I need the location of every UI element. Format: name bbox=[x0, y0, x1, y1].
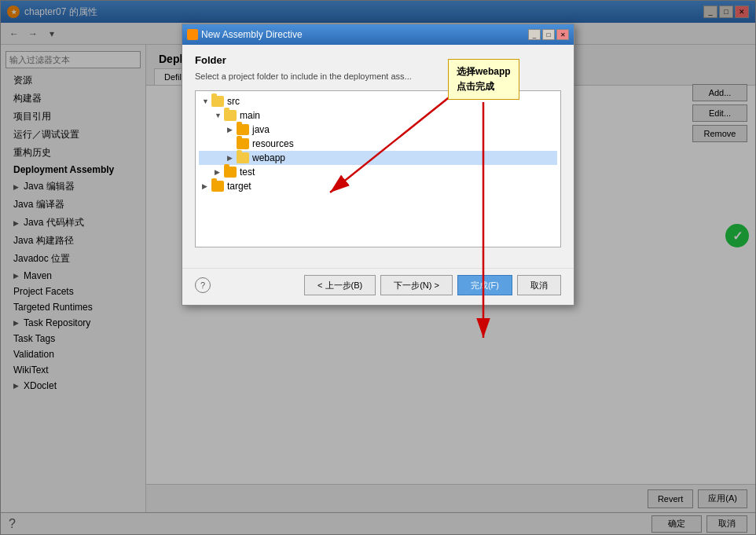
callout-box: 选择webapp 点击完成 bbox=[448, 59, 519, 100]
folder-icon bbox=[237, 138, 249, 149]
tree-item-target[interactable]: ▶ target bbox=[199, 179, 557, 193]
expand-arrow-icon: ▶ bbox=[202, 182, 211, 190]
tree-item-label: src bbox=[227, 96, 240, 107]
folder-icon bbox=[224, 110, 237, 121]
callout-line1: 选择webapp bbox=[457, 66, 511, 77]
dialog-close-button[interactable]: ✕ bbox=[556, 29, 569, 40]
dialog-cancel-button[interactable]: 取消 bbox=[517, 275, 561, 295]
tree-item-java[interactable]: ▶ java bbox=[199, 123, 557, 137]
dialog-title-left: New Assembly Directive bbox=[187, 29, 303, 40]
tree-item-resources[interactable]: resources bbox=[199, 137, 557, 151]
finish-button[interactable]: 完成(F) bbox=[457, 275, 512, 295]
tree-item-main[interactable]: ▼ main bbox=[199, 108, 557, 123]
tree-item-webapp[interactable]: ▶ webapp bbox=[199, 151, 557, 165]
help-icon[interactable]: ? bbox=[195, 277, 211, 293]
dialog-icon bbox=[187, 29, 198, 40]
folder-icon bbox=[211, 181, 224, 192]
next-button[interactable]: 下一步(N) > bbox=[380, 275, 453, 295]
callout-line2: 点击完成 bbox=[457, 81, 494, 92]
dialog-title: New Assembly Directive bbox=[201, 29, 303, 40]
tree-item-label: java bbox=[252, 124, 270, 135]
tree-item-label: webapp bbox=[252, 152, 285, 163]
tree-view[interactable]: ▼ src ▼ main ▶ java bbox=[195, 90, 561, 247]
tree-item-label: main bbox=[240, 110, 260, 121]
expand-arrow-icon: ▶ bbox=[227, 154, 237, 162]
modal-overlay: New Assembly Directive _ □ ✕ Folder Sele… bbox=[0, 0, 756, 535]
folder-icon bbox=[237, 152, 249, 163]
expand-arrow-icon: ▼ bbox=[202, 97, 211, 105]
tree-item-test[interactable]: ▶ test bbox=[199, 165, 557, 179]
dialog-title-controls: _ □ ✕ bbox=[528, 29, 569, 40]
tree-item-label: test bbox=[240, 167, 255, 178]
folder-icon bbox=[211, 96, 224, 107]
tree-item-label: target bbox=[227, 181, 251, 192]
expand-arrow-icon: ▼ bbox=[215, 112, 224, 119]
main-window: ★ chapter07 的属性 _ □ ✕ ← → ▾ 资源 构建器 项目引用 bbox=[0, 0, 756, 535]
folder-icon bbox=[237, 124, 249, 135]
expand-arrow-icon: ▶ bbox=[215, 168, 224, 176]
dialog-button-bar: ? < 上一步(B) 下一步(N) > 完成(F) 取消 bbox=[182, 268, 574, 305]
back-button[interactable]: < 上一步(B) bbox=[304, 275, 376, 295]
dialog-maximize-button[interactable]: □ bbox=[542, 29, 555, 40]
dialog-title-bar: New Assembly Directive _ □ ✕ bbox=[182, 24, 574, 45]
tree-item-label: resources bbox=[252, 138, 294, 149]
folder-icon bbox=[224, 167, 237, 178]
dialog-minimize-button[interactable]: _ bbox=[528, 29, 541, 40]
expand-arrow-icon: ▶ bbox=[227, 126, 237, 134]
